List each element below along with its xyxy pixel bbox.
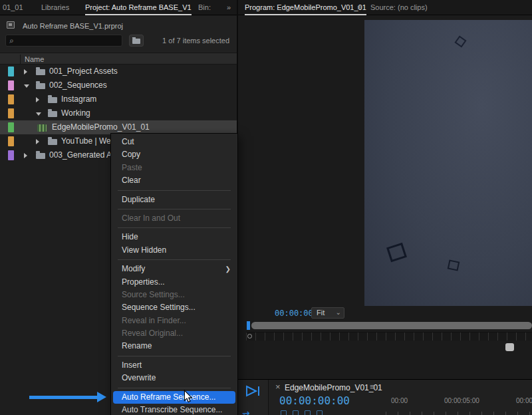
- menu-item-auto-transcribe-sequence[interactable]: Auto Transcribe Sequence...: [111, 404, 237, 415]
- breadcrumb: Auto Reframe BASE_V1.prproj: [0, 20, 237, 32]
- project-file-icon: [7, 21, 15, 29]
- timeline-tab[interactable]: EdgeMobilePromo_V01_01: [285, 383, 382, 392]
- list-header[interactable]: Name: [0, 53, 237, 65]
- menu-item-reveal-in-finder[interactable]: Reveal in Finder...: [111, 315, 237, 327]
- ruler-label: 00:00:10:00: [516, 397, 532, 404]
- chevron-right-icon[interactable]: [24, 153, 27, 158]
- menu-separator: [118, 259, 231, 260]
- menu-item-rename[interactable]: Rename: [111, 340, 237, 352]
- breadcrumb-label[interactable]: Auto Reframe BASE_V1.prproj: [23, 20, 123, 32]
- project-row-instagram[interactable]: Instagram: [0, 92, 237, 106]
- timeline-settings-icon[interactable]: ⇄: [242, 409, 251, 415]
- tab-program[interactable]: Program: EdgeMobilePromo_V01_01: [245, 0, 366, 15]
- program-monitor-panel: 00:00:00:00 Fit ⌄: [238, 16, 532, 379]
- new-search-bin-button[interactable]: [129, 35, 144, 47]
- tab-cut-01-01[interactable]: 01_01: [3, 0, 23, 15]
- tab-project[interactable]: Project: Auto Reframe BASE_V1: [85, 0, 192, 15]
- program-video-display: [364, 20, 532, 306]
- menu-item-clear-in-and-out[interactable]: Clear In and Out: [111, 212, 237, 225]
- chevron-down-icon[interactable]: [36, 112, 41, 116]
- tab-bin[interactable]: Bin:: [198, 0, 211, 15]
- timeline-toolbar-icon[interactable]: [293, 410, 299, 415]
- folder-icon: [36, 153, 45, 159]
- program-zoom-scrollbar[interactable]: [251, 322, 532, 329]
- folder-search-icon: [132, 39, 140, 44]
- chevron-right-icon[interactable]: [24, 69, 27, 74]
- menu-item-cut[interactable]: Cut: [111, 136, 237, 148]
- timeline-toolbar-icon[interactable]: [305, 410, 311, 415]
- timeline-toolbar-icon[interactable]: [317, 410, 323, 415]
- project-row-edgemobilepromo-v01-01[interactable]: EdgeMobilePromo_V01_01: [0, 120, 237, 134]
- chevron-down-icon[interactable]: [24, 84, 29, 88]
- annotation-arrow-line: [29, 396, 98, 399]
- folder-icon: [48, 97, 57, 103]
- ruler-label: 00:00:05:00: [444, 397, 479, 404]
- chevron-right-icon[interactable]: [36, 139, 39, 144]
- label-color-chip[interactable]: [8, 67, 14, 76]
- menu-item-sequence-settings[interactable]: Sequence Settings...: [111, 301, 237, 314]
- menu-item-properties[interactable]: Properties...: [111, 276, 237, 289]
- menu-item-paste[interactable]: Paste: [111, 162, 237, 174]
- menu-item-modify[interactable]: Modify❯: [111, 263, 237, 275]
- menu-item-source-settings[interactable]: Source Settings...: [111, 289, 237, 301]
- playhead-tool-icon[interactable]: [245, 385, 262, 399]
- menu-item-auto-reframe-sequence[interactable]: Auto Reframe Sequence...: [113, 391, 235, 404]
- menu-item-duplicate[interactable]: Duplicate: [111, 194, 237, 206]
- menu-separator: [118, 227, 231, 228]
- marker-icon[interactable]: [505, 343, 514, 351]
- fit-dropdown[interactable]: Fit ⌄: [311, 307, 344, 319]
- timeline-toolbar-icon[interactable]: [281, 410, 287, 415]
- project-row-002-sequences[interactable]: 002_Sequences: [0, 78, 237, 92]
- project-row-001-project-assets[interactable]: 001_Project Assets: [0, 65, 237, 78]
- label-color-chip[interactable]: [8, 150, 14, 160]
- menu-item-insert[interactable]: Insert: [111, 359, 237, 372]
- menu-item-clear[interactable]: Clear: [111, 174, 237, 187]
- row-label: 002_Sequences: [49, 78, 107, 92]
- context-menu: CutCopyPasteClearDuplicateClear In and O…: [110, 133, 238, 415]
- program-panel-menu-icon[interactable]: ≡: [357, 0, 361, 15]
- row-label: YouTube | Web: [61, 134, 115, 148]
- folder-icon: [36, 83, 45, 89]
- search-box: ⌕: [5, 35, 122, 47]
- video-shape-small-box: [454, 35, 466, 47]
- submenu-arrow-icon: ❯: [225, 263, 231, 275]
- menu-item-hide[interactable]: Hide: [111, 231, 237, 243]
- row-label: Working: [61, 106, 90, 120]
- timeline-mini-toolbar[interactable]: [281, 410, 323, 415]
- tab-overflow-chevron-icon[interactable]: »: [227, 0, 231, 15]
- label-color-chip[interactable]: [8, 108, 14, 118]
- ruler-playhead-knob[interactable]: [247, 334, 252, 339]
- timeline-timecode[interactable]: 00:00:00:00: [279, 394, 350, 407]
- sequence-icon: [37, 124, 47, 132]
- program-playhead-icon[interactable]: [247, 321, 250, 330]
- label-color-chip[interactable]: [8, 94, 14, 104]
- scrollbar-thumb[interactable]: [251, 322, 532, 329]
- program-mini-ruler[interactable]: [246, 332, 532, 341]
- folder-icon: [48, 111, 57, 117]
- timeline-ruler[interactable]: 00:0000:00:05:0000:00:10:00: [386, 396, 532, 415]
- project-row-working[interactable]: Working: [0, 106, 237, 120]
- ruler-label: 00:00: [391, 397, 408, 404]
- menu-item-reveal-original[interactable]: Reveal Original...: [111, 327, 237, 340]
- video-shape-medium-box: [448, 259, 460, 271]
- label-color-chip[interactable]: [8, 80, 14, 90]
- tab-source[interactable]: Source: (no clips): [370, 0, 428, 15]
- fit-dropdown-value: Fit: [317, 308, 325, 318]
- timeline-panel-menu-icon[interactable]: ≡: [370, 382, 375, 392]
- menu-separator: [118, 356, 231, 356]
- menu-item-copy[interactable]: Copy: [111, 148, 237, 161]
- chevron-right-icon[interactable]: [36, 97, 39, 102]
- folder-icon: [36, 69, 45, 75]
- menu-item-view-hidden[interactable]: View Hidden: [111, 244, 237, 257]
- name-column-header[interactable]: Name: [25, 53, 44, 65]
- selection-status: 1 of 7 items selected: [162, 35, 229, 47]
- tab-libraries[interactable]: Libraries: [41, 0, 69, 15]
- annotation-arrow-head: [97, 392, 106, 402]
- label-color-chip[interactable]: [8, 136, 14, 146]
- label-color-chip[interactable]: [8, 122, 14, 132]
- search-input[interactable]: [21, 36, 120, 45]
- close-icon[interactable]: ×: [275, 382, 281, 392]
- chevron-down-icon: ⌄: [336, 307, 341, 317]
- menu-item-overwrite[interactable]: Overwrite: [111, 372, 237, 384]
- menu-separator: [118, 190, 231, 191]
